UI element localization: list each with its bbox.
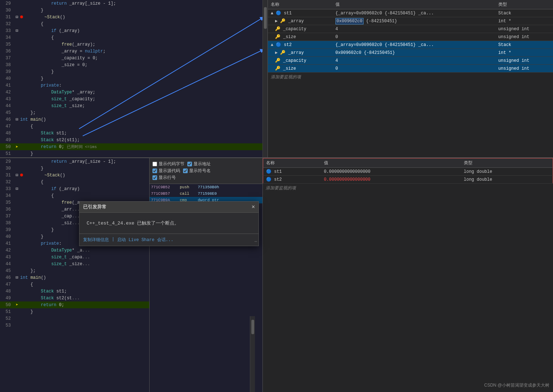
copy-details-link[interactable]: 复制详细信息 bbox=[83, 237, 109, 243]
line-36: 36 _array = nullptr; bbox=[0, 48, 262, 55]
watch-b-row-st1[interactable]: 🔵 st1 0.0000000000000000 long double bbox=[263, 168, 553, 176]
dialog-title-bar: 已引发异常 × bbox=[79, 202, 259, 213]
b-line-44: 44 size_t _size... bbox=[0, 260, 149, 267]
watch-table-bottom: 名称 值 类型 🔵 st1 0.0000000000000000 long do… bbox=[263, 158, 553, 184]
code-scrollbar-top[interactable] bbox=[262, 0, 268, 157]
watch-b-col-type: 类型 bbox=[461, 158, 553, 168]
top-half: 29 return _array[_size - 1]; 30 } 31 ⊟ ~… bbox=[0, 0, 553, 158]
line-40: 40 } bbox=[0, 75, 262, 82]
b-line-52: 52 bbox=[0, 315, 149, 322]
b-line-45: 45 }; bbox=[0, 267, 149, 274]
watch-b-col-name: 名称 bbox=[263, 158, 321, 168]
dialog-body: C++_test_4_24.exe 已触发了一个断点。 bbox=[79, 213, 259, 234]
watch-panel-top: 名称 值 类型 ▲ 🔵 st1 {_array=0x009602c0 {-842… bbox=[268, 0, 553, 157]
watch-b-row-st2[interactable]: 🔵 st2 0.0000000000000000 long double bbox=[263, 176, 553, 184]
line-42: 42 DataType* _array; bbox=[0, 89, 262, 96]
b-line-42: 42 DataType* _a... bbox=[0, 247, 149, 254]
watermark: CSDN @小树苗渴望变成参天大树 bbox=[484, 382, 549, 388]
b-line-49: 49 Stack st2(st... bbox=[0, 295, 149, 301]
watch-col-type: 类型 bbox=[495, 0, 553, 9]
b-line-31: 31 ⊟ ~Stack() bbox=[0, 172, 149, 179]
b-line-34: 34 { bbox=[0, 192, 149, 199]
line-41: 41 private: bbox=[0, 82, 262, 89]
b-line-33: 33 ⊟ if (_array) bbox=[0, 185, 149, 192]
cb-show-source[interactable] bbox=[152, 169, 157, 173]
asm-scrollbar[interactable] bbox=[250, 316, 255, 392]
line-29: 29 return _array[_size - 1]; bbox=[0, 0, 262, 7]
b-line-50: 50 ➤ return 0; bbox=[0, 301, 149, 308]
exception-dialog: 已引发异常 × C++_test_4_24.exe 已触发了一个断点。 复制详细… bbox=[79, 201, 259, 246]
watch-row-st1-capacity[interactable]: 🔑 _capacity 4 unsigned int bbox=[268, 25, 553, 33]
line-33: 33 ⊟ if (_array) bbox=[0, 27, 262, 34]
b-line-32: 32 { bbox=[0, 179, 149, 185]
asm-line-1: 771C9B52 push 771350B0h bbox=[150, 184, 262, 190]
b-line-48: 48 Stack st1; bbox=[0, 288, 149, 295]
code-panel-bottom: 29 return _array[_size - 1]; 30 } 31 ⊟ ~… bbox=[0, 158, 149, 392]
line-49: 49 Stack st2(st1); bbox=[0, 137, 262, 143]
line-51: 51 } bbox=[0, 150, 262, 157]
watch-row-st2-capacity[interactable]: 🔑 _capacity 4 unsigned int bbox=[268, 57, 553, 65]
cb-row-linenum: 显示行号 bbox=[152, 175, 260, 181]
line-34: 34 { bbox=[0, 34, 262, 41]
watch-col-name: 名称 bbox=[268, 0, 333, 9]
b-line-43: 43 size_t _capa... bbox=[0, 254, 149, 260]
b-line-47: 47 { bbox=[0, 281, 149, 288]
code-lines-top: 29 return _array[_size - 1]; 30 } 31 ⊟ ~… bbox=[0, 0, 262, 157]
add-watch-bottom[interactable]: 添加要监视的项 bbox=[263, 184, 553, 193]
code-panel-top: 29 return _array[_size - 1]; 30 } 31 ⊟ ~… bbox=[0, 0, 262, 157]
dialog-resize-handle[interactable]: ⋯ bbox=[255, 239, 257, 244]
line-35: 35 free(_array); bbox=[0, 41, 262, 48]
line-31: 31 ⊟ ~Stack() bbox=[0, 14, 262, 20]
cb-show-symbol[interactable] bbox=[183, 169, 188, 173]
line-30: 30 } bbox=[0, 7, 262, 14]
b-line-51: 51 } bbox=[0, 308, 149, 315]
watch-row-st1-size[interactable]: 🔑 _size 0 unsigned int bbox=[268, 33, 553, 41]
dialog-title: 已引发异常 bbox=[83, 204, 106, 210]
b-line-29: 29 return _array[_size - 1]; bbox=[0, 158, 149, 165]
watch-table-top: 名称 值 类型 ▲ 🔵 st1 {_array=0x009602c0 {-842… bbox=[268, 0, 553, 73]
line-47: 47 { bbox=[0, 123, 262, 130]
watch-row-st2-array[interactable]: ▶ 🔑 _array 0x009602c0 {-842150451} int * bbox=[268, 49, 553, 57]
watch-row-st1[interactable]: ▲ 🔵 st1 {_array=0x009602c0 {-842150451} … bbox=[268, 9, 553, 17]
line-38: 38 _size = 0; bbox=[0, 61, 262, 68]
dialog-close-button[interactable]: × bbox=[252, 204, 255, 210]
line-44: 44 size_t _size; bbox=[0, 102, 262, 109]
watch-row-st1-array[interactable]: ▶ 🔑 _array 0x009602c0 {-842150451} int * bbox=[268, 17, 553, 25]
line-46: 46 ⊟ int main() bbox=[0, 116, 262, 123]
cb-row-source: 显示源代码 显示符号名 bbox=[152, 168, 260, 174]
line-45: 45 }; bbox=[0, 109, 262, 116]
b-line-30: 30 } bbox=[0, 165, 149, 172]
watch-b-col-value: 值 bbox=[321, 158, 461, 168]
cb-show-addr[interactable] bbox=[187, 162, 192, 166]
line-37: 37 _capacity = 0; bbox=[0, 55, 262, 61]
watch-panel-bottom: 名称 值 类型 🔵 st1 0.0000000000000000 long do… bbox=[262, 158, 553, 392]
checkbox-area: 显示代码字节 显示地址 显示源代码 显示符号名 显示行号 bbox=[150, 158, 262, 184]
watch-row-st2-size[interactable]: 🔑 _size 0 unsigned int bbox=[268, 65, 553, 73]
line-39: 39 } bbox=[0, 68, 262, 75]
line-48: 48 Stack st1; bbox=[0, 130, 262, 137]
line-32: 32 { bbox=[0, 20, 262, 27]
center-panel: 显示代码字节 显示地址 显示源代码 显示符号名 显示行号 771C9B52 pu… bbox=[149, 158, 262, 392]
add-watch-top[interactable]: 添加要监视的项 bbox=[268, 73, 553, 82]
cb-row-bytes: 显示代码字节 显示地址 bbox=[152, 161, 260, 167]
live-share-link[interactable]: 启动 Live Share 会话... bbox=[117, 237, 173, 243]
cb-show-linenum[interactable] bbox=[152, 175, 157, 180]
watch-col-value: 值 bbox=[333, 0, 495, 9]
bottom-half: 29 return _array[_size - 1]; 30 } 31 ⊟ ~… bbox=[0, 158, 553, 392]
line-52: 52 bbox=[0, 157, 262, 157]
dialog-footer: 复制详细信息 | 启动 Live Share 会话... ⋯ bbox=[79, 234, 259, 246]
b-line-53: 53 bbox=[0, 322, 149, 329]
b-line-46: 46 ⊟ int main() bbox=[0, 274, 149, 281]
cb-show-bytes[interactable] bbox=[152, 162, 157, 166]
line-50: 50 ➤ return 0; 已用时间 <=1ms bbox=[0, 143, 262, 150]
asm-line-2: 771C9B57 call 771598E0 bbox=[150, 190, 262, 197]
line-43: 43 size_t _capacity; bbox=[0, 96, 262, 102]
watch-row-st2[interactable]: ▲ 🔵 st2 {_array=0x009602c0 {-842150451} … bbox=[268, 41, 553, 49]
